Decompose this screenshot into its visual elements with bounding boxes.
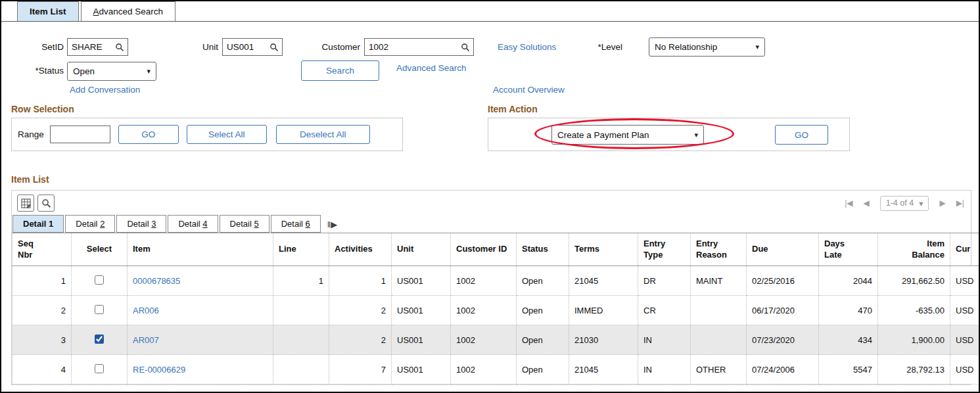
chevron-down-icon: ▾ (147, 67, 151, 76)
cell-cur: USD (950, 266, 979, 296)
cell-seq: 2 (12, 296, 72, 325)
col-cur: Cur (950, 233, 979, 266)
cell-due: 06/17/2020 (747, 296, 819, 325)
find-icon (41, 198, 51, 208)
item-link[interactable]: AR006 (133, 306, 159, 315)
cell-due: 02/25/2016 (747, 266, 819, 296)
row-selection-title: Row Selection (11, 104, 74, 114)
deselect-all-button[interactable]: Deselect All (276, 125, 370, 144)
item-action-go-button[interactable]: GO (775, 125, 828, 145)
setid-field-wrap (67, 38, 128, 56)
last-page-icon[interactable]: ▶| (956, 198, 964, 208)
customer-lookup-icon[interactable] (461, 43, 470, 52)
cell-customer-id: 1002 (451, 355, 517, 384)
item-action-title: Item Action (488, 104, 538, 114)
detail-tab-2[interactable]: Detail 2 (65, 215, 115, 233)
level-select-value: No Relationship (655, 42, 717, 52)
cell-select (72, 325, 128, 355)
account-overview-link[interactable]: Account Overview (493, 85, 565, 95)
setid-input[interactable] (72, 42, 115, 52)
status-label: *Status (26, 66, 64, 76)
cell-customer-id: 1002 (451, 325, 517, 355)
row-select-checkbox[interactable] (95, 335, 104, 344)
cell-cur: USD (950, 355, 979, 384)
cell-entry-reason (691, 296, 747, 325)
range-go-button[interactable]: GO (118, 125, 179, 144)
cell-terms: 21045 (569, 266, 638, 296)
detail-tab-4[interactable]: Detail 4 (168, 215, 218, 233)
unit-field-wrap (222, 38, 283, 56)
pagination-label: 1-4 of 4 (886, 198, 914, 208)
row-select-checkbox[interactable] (95, 364, 104, 373)
unit-input[interactable] (227, 42, 269, 52)
cell-activities: 2 (329, 296, 392, 325)
cell-cur: USD (950, 325, 979, 355)
col-item-balance: ItemBalance (878, 233, 950, 266)
item-action-box: Create a Payment Plan ▾ GO (488, 118, 850, 151)
detail-tab-6[interactable]: Detail 6 (271, 215, 321, 233)
row-select-checkbox[interactable] (95, 305, 104, 314)
unit-label: Unit (185, 42, 218, 52)
range-label: Range (18, 129, 44, 139)
find-button[interactable] (37, 195, 55, 212)
advanced-search-link[interactable]: Advanced Search (396, 63, 467, 73)
cell-days-late: 5547 (819, 355, 878, 384)
item-action-select[interactable]: Create a Payment Plan ▾ (551, 125, 704, 145)
row-select-checkbox[interactable] (95, 275, 104, 285)
unit-lookup-icon[interactable] (269, 43, 279, 52)
cell-unit: US001 (392, 325, 451, 355)
level-select[interactable]: No Relationship ▾ (649, 37, 765, 57)
chevron-down-icon: ▾ (919, 198, 923, 208)
cell-item: 0000678635 (128, 266, 273, 296)
chevron-down-icon: ▾ (755, 43, 759, 51)
item-link[interactable]: AR007 (133, 335, 159, 345)
easy-solutions-link[interactable]: Easy Solutions (498, 42, 556, 52)
col-due: Due (747, 233, 819, 266)
pagination-select[interactable]: 1-4 of 4 ▾ (880, 196, 929, 211)
detail-tab-5[interactable]: Detail 5 (220, 215, 269, 233)
cell-due: 07/24/2006 (747, 355, 819, 384)
tab-item-list[interactable]: Item List (17, 1, 79, 21)
cell-terms: 21045 (569, 355, 638, 384)
cell-entry-type: DR (638, 266, 691, 296)
col-unit: Unit (392, 233, 451, 266)
col-days-late: DaysLate (819, 233, 878, 266)
cell-item: AR006 (128, 296, 273, 325)
detail-tab-1[interactable]: Detail 1 (12, 215, 64, 233)
item-link[interactable]: RE-00006629 (133, 365, 185, 375)
search-button[interactable]: Search (301, 60, 379, 81)
table-row: 2 AR006 2 US001 1002 Open IMMED CR 06/17… (12, 296, 979, 325)
detail-tab-3[interactable]: Detail 3 (116, 215, 166, 233)
cell-terms: IMMED (569, 296, 638, 325)
cell-item-balance: 28,792.13 (878, 355, 950, 384)
item-link[interactable]: 0000678635 (133, 276, 180, 286)
setid-lookup-icon[interactable] (115, 43, 124, 52)
cell-entry-reason: MAINT (691, 266, 747, 296)
cell-item-balance: 1,900.00 (878, 325, 950, 355)
prev-page-icon[interactable]: ◀ (864, 198, 870, 208)
status-select[interactable]: Open ▾ (67, 62, 156, 81)
tab-advanced-search[interactable]: Advanced Search (81, 1, 176, 21)
cell-activities: 1 (329, 266, 392, 296)
add-conversation-link[interactable]: Add Conversation (70, 85, 140, 95)
col-item: Item (128, 233, 273, 266)
select-all-button[interactable]: Select All (187, 125, 267, 144)
cell-entry-type: IN (638, 325, 691, 355)
cell-item: AR007 (128, 325, 273, 355)
personalize-grid-button[interactable] (17, 195, 34, 212)
cell-seq: 3 (12, 325, 72, 355)
tab-advanced-search-accesskey: A (93, 7, 99, 16)
col-customer-id: Customer ID (451, 233, 517, 266)
cell-select (72, 355, 128, 384)
cell-item-balance: -635.00 (878, 296, 950, 325)
first-page-icon[interactable]: |◀ (845, 198, 852, 208)
range-input[interactable] (50, 126, 110, 143)
grid-toolbar: |◀ ◀ 1-4 of 4 ▾ ▶ ▶| (12, 191, 971, 215)
next-page-icon[interactable]: ▶ (939, 198, 945, 208)
customer-input[interactable] (369, 42, 461, 52)
cell-seq: 1 (12, 266, 72, 296)
show-all-columns-icon[interactable]: ‖▶ (322, 216, 342, 233)
item-list-table: SeqNbr Select Item Line Activities Unit … (12, 233, 979, 384)
col-terms: Terms (569, 233, 638, 266)
page-tabbar: Item List Advanced Search (1, 1, 979, 22)
